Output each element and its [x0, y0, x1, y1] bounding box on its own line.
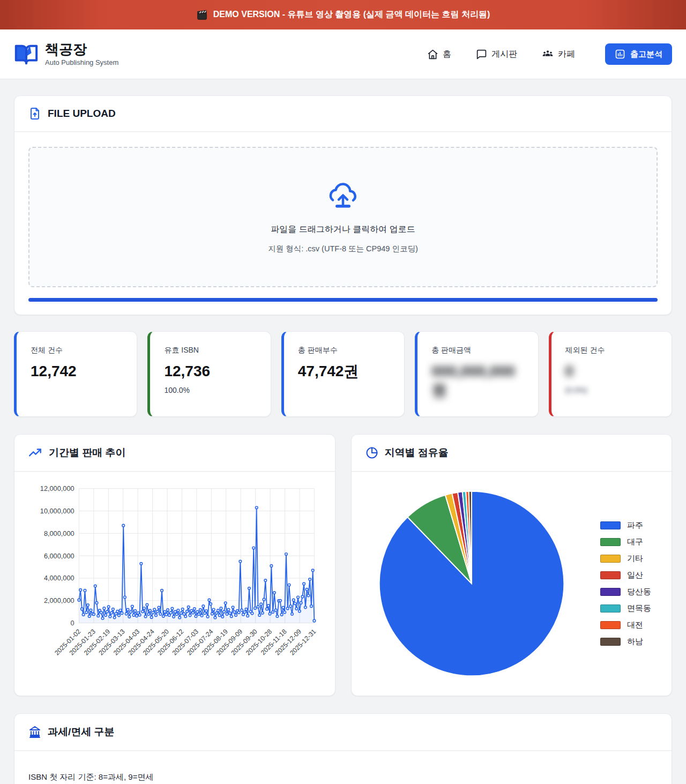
legend-item[interactable]: 당산동 — [600, 587, 651, 597]
pie-legend: 파주대구기타일산당산동면목동대전하남 — [600, 520, 651, 647]
demo-banner: DEMO VERSION - 유튜브 영상 촬영용 (실제 금액 데이터는 흐림… — [0, 0, 686, 29]
landmark-icon — [28, 726, 41, 738]
app-subtitle: Auto Publishing System — [45, 58, 118, 66]
legend-item[interactable]: 파주 — [600, 520, 651, 531]
legend-label: 하남 — [627, 637, 643, 647]
stat-label: 유효 ISBN — [164, 346, 256, 355]
legend-label: 대구 — [627, 537, 643, 547]
pie-chart-icon — [366, 446, 378, 459]
demo-banner-text: DEMO VERSION - 유튜브 영상 촬영용 (실제 금액 데이터는 흐림… — [213, 9, 490, 20]
shipment-analysis-button[interactable]: 출고분석 — [605, 43, 672, 65]
svg-text:2,000,000: 2,000,000 — [44, 596, 74, 604]
trending-up-icon — [28, 446, 42, 460]
stat-label: 총 판매금액 — [431, 346, 524, 355]
svg-text:0: 0 — [70, 619, 74, 627]
stat-value: 000,000,000원 — [431, 362, 524, 399]
app-logo[interactable]: 책공장 Auto Publishing System — [14, 42, 118, 67]
stat-card: 전체 건수12,742 — [14, 331, 137, 417]
cafe-icon — [542, 48, 554, 60]
board-icon — [476, 49, 487, 60]
trend-chart-card: 기간별 판매 추이 02,000,0004,000,0006,000,0008,… — [14, 434, 335, 696]
svg-text:10,000,000: 10,000,000 — [40, 507, 74, 515]
legend-item[interactable]: 하남 — [600, 637, 651, 647]
dropzone-hint: 지원 형식: .csv (UTF-8 또는 CP949 인코딩) — [268, 244, 418, 254]
legend-swatch — [600, 538, 621, 546]
legend-label: 파주 — [627, 520, 643, 531]
legend-label: 대전 — [627, 620, 643, 630]
app-header: 책공장 Auto Publishing System 홈 게시판 카페 — [0, 29, 686, 79]
legend-swatch — [600, 555, 621, 563]
legend-label: 기타 — [627, 554, 643, 564]
legend-item[interactable]: 면목동 — [600, 603, 651, 614]
stat-card: 총 판매부수47,742권 — [281, 331, 405, 417]
tax-note: ISBN 첫 자리 기준: 8=과세, 9=면세 — [28, 772, 153, 781]
region-chart-card: 지역별 점유율 파주대구기타일산당산동면목동대전하남 — [351, 434, 673, 696]
stat-label: 전체 건수 — [31, 346, 123, 355]
legend-item[interactable]: 대구 — [600, 537, 651, 547]
nav-item-cafe[interactable]: 카페 — [542, 48, 575, 60]
svg-text:8,000,000: 8,000,000 — [44, 529, 74, 537]
stat-card: 제외된 건수0(0.0%) — [549, 331, 672, 417]
nav-label-home: 홈 — [443, 49, 451, 60]
main-nav: 홈 게시판 카페 출고분석 — [427, 43, 672, 65]
legend-label: 일산 — [627, 570, 643, 580]
upload-progress-bar — [28, 298, 658, 302]
tax-card: 과세/면세 구분 ISBN 첫 자리 기준: 8=과세, 9=면세 — [14, 713, 672, 784]
file-upload-card: FILE UPLOAD 파일을 드래그하거나 클릭하여 업로드 지원 형식: .… — [14, 95, 672, 315]
main-content: FILE UPLOAD 파일을 드래그하거나 클릭하여 업로드 지원 형식: .… — [0, 79, 686, 784]
stat-value: 47,742권 — [298, 362, 390, 380]
file-dropzone[interactable]: 파일을 드래그하거나 클릭하여 업로드 지원 형식: .csv (UTF-8 또… — [28, 147, 658, 287]
nav-item-board[interactable]: 게시판 — [476, 49, 517, 60]
book-logo-icon — [14, 42, 39, 66]
nav-item-home[interactable]: 홈 — [427, 49, 451, 60]
stat-sub: 100.0% — [164, 386, 256, 394]
svg-text:4,000,000: 4,000,000 — [44, 574, 74, 582]
legend-swatch — [600, 521, 621, 529]
tax-card-title: 과세/면세 구분 — [48, 725, 115, 739]
home-icon — [427, 49, 438, 60]
legend-label: 당산동 — [627, 587, 651, 597]
stat-value: 0 — [565, 362, 658, 380]
legend-item[interactable]: 일산 — [600, 570, 651, 580]
svg-text:12,000,000: 12,000,000 — [40, 484, 74, 492]
region-chart-title: 지역별 점유율 — [385, 446, 449, 460]
region-pie-chart — [372, 484, 571, 683]
stats-row: 전체 건수12,742유효 ISBN12,736100.0%총 판매부수47,7… — [14, 331, 672, 417]
dropzone-text: 파일을 드래그하거나 클릭하여 업로드 — [271, 224, 415, 235]
legend-item[interactable]: 대전 — [600, 620, 651, 630]
cta-label: 출고분석 — [630, 49, 662, 59]
trend-chart-title: 기간별 판매 추이 — [49, 446, 126, 460]
stat-sub: (0.0%) — [565, 386, 658, 394]
file-upload-icon — [28, 107, 41, 120]
stat-value: 12,742 — [31, 362, 123, 380]
app-title: 책공장 — [45, 42, 118, 57]
legend-swatch — [600, 588, 621, 596]
legend-swatch — [600, 571, 621, 579]
legend-label: 면목동 — [627, 603, 651, 614]
nav-label-board: 게시판 — [491, 49, 517, 60]
cloud-upload-icon — [327, 180, 359, 212]
bar-chart-icon — [615, 49, 625, 59]
stat-label: 총 판매부수 — [298, 346, 390, 355]
stat-label: 제외된 건수 — [565, 346, 658, 355]
svg-text:6,000,000: 6,000,000 — [44, 552, 74, 560]
stat-card: 유효 ISBN12,736100.0% — [147, 331, 271, 417]
clapperboard-icon — [196, 9, 208, 21]
stat-card: 총 판매금액000,000,000원 — [415, 331, 538, 417]
legend-swatch — [600, 638, 621, 646]
nav-label-cafe: 카페 — [558, 49, 575, 60]
stat-value: 12,736 — [164, 362, 256, 380]
upload-card-title: FILE UPLOAD — [48, 108, 116, 120]
legend-swatch — [600, 604, 621, 613]
legend-item[interactable]: 기타 — [600, 554, 651, 564]
legend-swatch — [600, 621, 621, 629]
trend-line-chart: 02,000,0004,000,0006,000,0008,000,00010,… — [20, 480, 330, 690]
